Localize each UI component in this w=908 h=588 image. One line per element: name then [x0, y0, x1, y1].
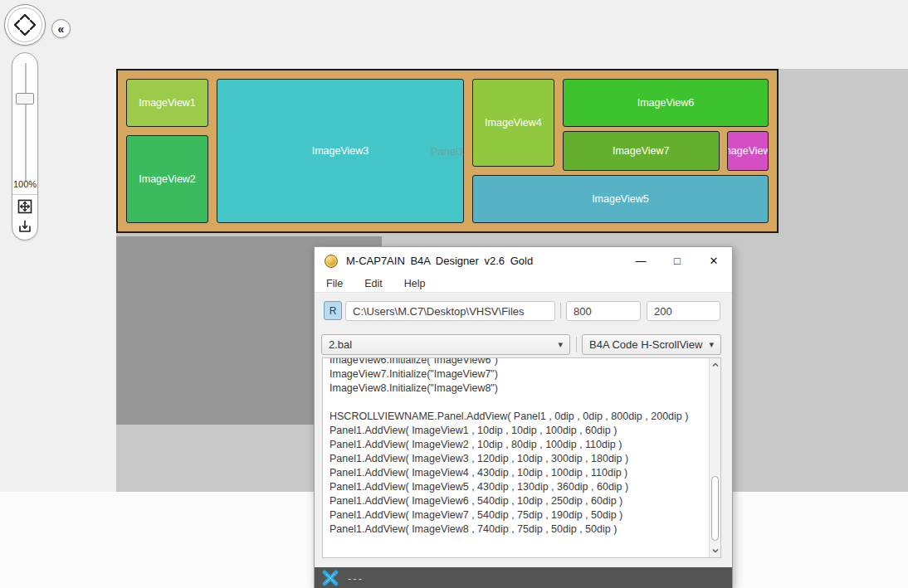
code-line: Panel1.AddView( ImageView6 , 540dip , 10…	[330, 494, 704, 508]
pan-dpad-ring	[7, 7, 42, 42]
menu-item-edit[interactable]: Edit	[364, 278, 383, 289]
code-line: Panel1.AddView( ImageView1 , 10dip , 10d…	[330, 424, 704, 438]
designer-window: M-CAP7AIN B4A Designer v2.6 Gold — □ ✕ F…	[314, 246, 733, 588]
code-line: Panel1.AddView( ImageView3 , 120dip , 10…	[330, 452, 704, 466]
zoom-slider-track[interactable]	[25, 63, 27, 182]
zoom-slider-thumb[interactable]	[16, 93, 34, 104]
menubar: FileEditHelp	[315, 275, 732, 293]
zoom-level-label: 100%	[12, 179, 37, 189]
scroll-down-icon[interactable]	[710, 546, 720, 556]
layout-file-select[interactable]: 2.bal ▾	[321, 334, 570, 355]
canvas-view-imageview1[interactable]: ImageView1	[126, 79, 208, 127]
crossed-tools-icon	[321, 569, 339, 587]
canvas-view-imageview8[interactable]: ImageView8	[727, 131, 769, 172]
status-text: ---	[348, 572, 364, 585]
zoom-panel-divider	[12, 194, 37, 195]
canvas-view-label: ImageView3	[312, 145, 369, 157]
status-bar: ---	[315, 567, 732, 588]
app-coin-icon	[325, 255, 338, 268]
chevron-down-icon: ▾	[558, 339, 563, 350]
scrollbar-thumb[interactable]	[711, 476, 719, 541]
code-line: Panel1.AddView( ImageView5 , 430dip , 13…	[330, 480, 704, 494]
generated-code-textarea[interactable]: ImageView6.Initialize("ImageView6")Image…	[322, 357, 721, 558]
minimize-button[interactable]: —	[622, 247, 659, 275]
code-line: ImageView6.Initialize("ImageView6")	[330, 357, 704, 367]
canvas-view-imageview7[interactable]: ImageView7	[563, 131, 720, 172]
selector-separator	[576, 337, 577, 352]
code-scrollbar[interactable]	[709, 358, 720, 557]
window-titlebar[interactable]: M-CAP7AIN B4A Designer v2.6 Gold — □ ✕	[315, 247, 732, 275]
background-top-band	[0, 0, 908, 69]
code-line: Panel1.AddView( ImageView8 , 740dip , 75…	[330, 522, 704, 537]
files-path-input[interactable]: C:\Users\M.C7\Desktop\VHSV\Files	[345, 301, 555, 321]
code-line: HSCROLLVIEWNAME.Panel.AddView( Panel1 , …	[330, 410, 704, 424]
layout-file-value: 2.bal	[329, 338, 352, 351]
scroll-up-icon[interactable]	[710, 360, 720, 370]
collapse-icon: «	[58, 23, 65, 35]
canvas-view-imageview3[interactable]: ImageView3	[217, 79, 464, 224]
menu-item-file[interactable]: File	[326, 278, 343, 289]
chevron-down-icon: ▾	[709, 339, 714, 350]
canvas-view-imageview5[interactable]: ImageView5	[472, 175, 769, 223]
menu-item-help[interactable]: Help	[404, 278, 426, 289]
close-button[interactable]: ✕	[696, 247, 732, 275]
code-line: Panel1.AddView( ImageView2 , 10dip , 80d…	[330, 438, 704, 452]
canvas-view-imageview6[interactable]: ImageView6	[563, 79, 769, 127]
maximize-button[interactable]: □	[659, 247, 696, 275]
window-title: M-CAP7AIN B4A Designer v2.6 Gold	[346, 255, 533, 267]
export-layout-button[interactable]	[17, 219, 32, 234]
code-mode-value: B4A Code H-ScrollView	[589, 338, 702, 351]
collapse-sidebar-button[interactable]: «	[51, 19, 71, 38]
canvas-view-label: ImageView6	[637, 97, 695, 109]
fit-to-screen-button[interactable]	[17, 199, 32, 214]
canvas-view-imageview4[interactable]: ImageView4	[472, 79, 554, 168]
toolbar-separator	[560, 303, 561, 318]
refresh-button[interactable]: R	[324, 301, 342, 320]
design-canvas-panel1[interactable]: ImageView1ImageView2ImageView3ImageView4…	[116, 69, 779, 233]
canvas-view-label: ImageView4	[485, 117, 542, 129]
pan-dpad-button[interactable]	[4, 4, 46, 46]
canvas-view-label: ImageView8	[727, 145, 769, 157]
canvas-view-imageview2[interactable]: ImageView2	[126, 135, 208, 224]
code-mode-select[interactable]: B4A Code H-ScrollView ▾	[582, 334, 721, 355]
code-lines: ImageView6.Initialize("ImageView6")Image…	[323, 357, 720, 537]
canvas-view-label: ImageView7	[613, 145, 670, 157]
code-line: Panel1.AddView( ImageView4 , 430dip , 10…	[330, 466, 704, 480]
panel-height-input[interactable]: 200	[647, 301, 720, 321]
code-line: ImageView7.Initialize("ImageView7")	[330, 367, 704, 381]
code-line	[330, 396, 704, 410]
canvas-view-label: ImageView2	[139, 173, 196, 185]
dpad-arrows-icon	[8, 8, 41, 41]
zoom-slider-panel: 100%	[12, 52, 38, 241]
code-line: Panel1.AddView( ImageView7 , 540dip , 75…	[330, 508, 704, 522]
panel-width-input[interactable]: 800	[566, 301, 641, 321]
canvas-view-label: ImageView5	[592, 193, 649, 205]
code-line: ImageView8.Initialize("ImageView8")	[330, 381, 704, 396]
canvas-view-label: ImageView1	[139, 97, 196, 109]
